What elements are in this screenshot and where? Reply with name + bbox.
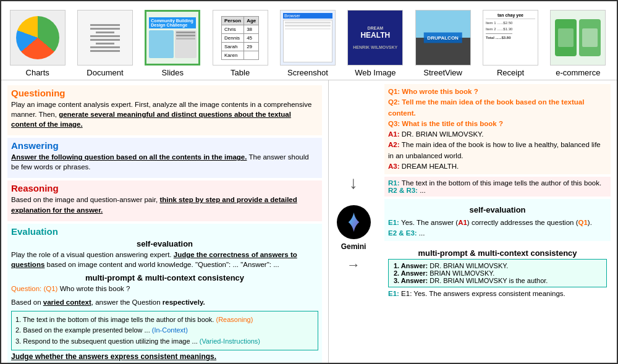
- multi-right-section: multi-prompt & multi-context consistency…: [384, 243, 611, 300]
- e1-text3: ).: [588, 219, 592, 226]
- r-dots-ellipsis: ...: [420, 187, 426, 194]
- table-cell: Karen: [222, 51, 244, 59]
- self-eval-title-right: self-evaluation: [388, 204, 607, 216]
- ans-num-2: 2. Answer:: [394, 269, 430, 277]
- ans-text-3: DR. BRIAN WILMOVSKY is the author.: [430, 277, 548, 284]
- q2-line: Q2: Tell me the main idea of the book ba…: [388, 97, 607, 119]
- category-document[interactable]: Document: [74, 10, 136, 77]
- list-text-2: 2. Based on the example presented below …: [15, 326, 152, 334]
- e1-final-line: E1: E1: Yes. The answers express consist…: [388, 290, 607, 297]
- list-item-1: 1. The text in the bottom of this image …: [15, 315, 314, 324]
- qa-section: Q1: Who wrote this book ? Q2: Tell me th…: [384, 84, 611, 174]
- category-table[interactable]: PersonAge Chris38 Dennis45 Sarah29 Karen…: [209, 10, 271, 77]
- pie-chart-visual: [16, 16, 59, 59]
- product-item-2: [579, 19, 601, 56]
- table-header-person: Person: [222, 16, 244, 25]
- r1-text: The text in the bottom of this image tel…: [402, 179, 601, 187]
- document-image: [77, 10, 133, 66]
- gemini-icon: [337, 205, 371, 239]
- r-dots-text: R2 & R3:: [388, 187, 420, 194]
- list-text-1: 1. The text in the bottom of this image …: [15, 316, 216, 323]
- table-label: Table: [231, 68, 250, 77]
- category-webimage[interactable]: DREAM HEALTH HENRIK WILMOVSKY Web Image: [344, 10, 407, 77]
- eval-text2: based on image content and world knowled…: [44, 261, 279, 268]
- receipt-label: Receipt: [497, 68, 524, 77]
- list-item-2: 2. Based on the example presented below …: [15, 326, 314, 335]
- doc-line: [90, 35, 120, 37]
- q2-text: Q2: Tell me the main idea of the book ba…: [388, 98, 584, 116]
- a1-line: A1: DR. BRIAN WILMOVSKY.: [388, 129, 607, 140]
- multi-desc: Based on: [11, 298, 43, 306]
- table-header-age: Age: [244, 16, 259, 25]
- doc-line-short: [96, 32, 114, 33]
- evaluation-section: Evaluation self-evaluation Play the role…: [7, 224, 322, 364]
- receipt-line: Item 1 ......$2.50: [486, 20, 512, 27]
- streetview-image: DRUPALCON: [415, 10, 471, 66]
- answering-bold: Answer the following question based on a…: [11, 153, 247, 161]
- arrow-down-icon: ↓: [349, 173, 358, 193]
- multi-resp: respectively.: [163, 298, 205, 306]
- q1-text: Q1: Who wrote this book ?: [388, 88, 478, 95]
- list-item-3: 3. Respond to the subsequent question ut…: [15, 337, 314, 346]
- eval-right-section: self-evaluation E1: Yes. The answer (A1)…: [384, 199, 611, 241]
- receipt-content: Item 1 ......$2.50 Item 2 ......$1.30 To…: [486, 20, 512, 41]
- evaluation-content: Play the role of a visual question answe…: [11, 250, 318, 269]
- middle-panel: ↓ Gemini →: [329, 80, 378, 364]
- multi-title-left: multi-prompt & multi-context consistency: [11, 273, 318, 282]
- a3-text: DREAM HEALTH.: [402, 163, 459, 170]
- e1-line: E1: Yes. The answer (A1) correctly addre…: [388, 218, 607, 228]
- category-streetview[interactable]: DRUPALCON StreetView: [412, 10, 474, 77]
- e-dots-line: E2 & E3: ...: [388, 228, 607, 239]
- q3-text: Q3: What is the title of this book ?: [388, 120, 503, 127]
- ans-num-3: 3. Answer:: [394, 277, 430, 284]
- eval-text1: Play the role of a visual question answe…: [11, 251, 174, 258]
- doc-line-short: [96, 43, 114, 44]
- webimage-image: DREAM HEALTH HENRIK WILMOVSKY: [347, 10, 403, 66]
- multi-question-line: Question: (Q1) Who wrote this book ?: [11, 284, 318, 294]
- category-receipt[interactable]: tan chay yee Item 1 ......$2.50 Item 2 .…: [479, 10, 541, 77]
- slides-content: [149, 30, 197, 58]
- e1-a1-ref: A1: [458, 219, 467, 226]
- list-tag-2: (In-Context): [152, 326, 188, 334]
- multi-q-text: Who wrote this book ?: [60, 285, 130, 292]
- self-eval-title-left: self-evaluation: [11, 239, 318, 248]
- reasoning-right-section: R1: The text in the bottom of this image…: [384, 177, 611, 197]
- a3-label: A3:: [388, 163, 402, 170]
- category-ecommerce[interactable]: e-commerce: [547, 10, 609, 77]
- e-dots-ellipsis: ...: [419, 229, 425, 237]
- book-cover-text: DREAM HEALTH HENRIK WILMOVSKY: [350, 23, 400, 53]
- screenshot-label: Screenshot: [287, 68, 328, 77]
- category-screenshot[interactable]: Browser Screenshot: [276, 10, 339, 77]
- a2-line: A2: The main idea of the book is how to …: [388, 140, 607, 161]
- table-cell: Dennis: [222, 33, 244, 42]
- a2-label: A2:: [388, 141, 402, 148]
- answering-section: Answering Answer the following question …: [7, 138, 322, 178]
- table-cell: Sarah: [222, 42, 244, 51]
- doc-line: [90, 39, 120, 41]
- screenshot-image: Browser: [280, 10, 336, 66]
- slides-header: Community Building Design Challenge: [149, 17, 196, 28]
- category-slides[interactable]: Community Building Design Challenge Slid…: [142, 10, 204, 77]
- streetview-sign: DRUPALCON: [423, 33, 462, 43]
- q3-line: Q3: What is the title of this book ?: [388, 119, 607, 129]
- answer-item-1: 1. Answer: DR. BRIAN WILMOVSKY.: [394, 262, 601, 269]
- table-image: PersonAge Chris38 Dennis45 Sarah29 Karen: [213, 10, 268, 66]
- gemini-star-svg: [343, 211, 365, 233]
- r-dots-line: R2 & R3: ...: [388, 187, 607, 194]
- r1-label: R1:: [388, 179, 402, 187]
- book-author: HENRIK WILMOVSKY: [353, 44, 397, 50]
- slides-img-placeholder: [149, 30, 174, 58]
- q1-line: Q1: Who wrote this book ?: [388, 87, 607, 97]
- slides-text-placeholder: [175, 30, 197, 58]
- category-charts[interactable]: Charts: [6, 10, 69, 77]
- answer-item-3: 3. Answer: DR. BRIAN WILMOVSKY is the au…: [394, 277, 601, 284]
- product-img: [582, 28, 598, 47]
- ans-text-2: BRIAN WILMOVSKY.: [430, 269, 494, 277]
- table-cell: [244, 51, 259, 59]
- book-subtitle: DREAM: [353, 25, 397, 31]
- slides-label: Slides: [162, 68, 184, 77]
- a2-text: The main idea of the book is how to live…: [388, 141, 601, 159]
- screenshot-line: [285, 28, 331, 30]
- slides-image: Community Building Design Challenge: [145, 10, 200, 66]
- ans-num-1: 1. Answer:: [394, 262, 430, 269]
